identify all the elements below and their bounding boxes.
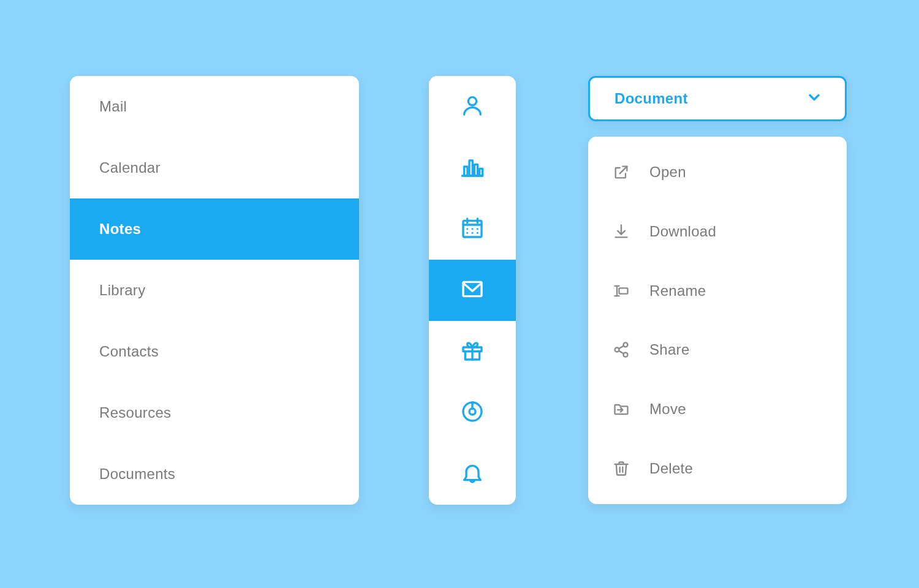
svg-point-11 [472, 228, 474, 230]
menu-item-open[interactable]: Open [588, 143, 847, 202]
dropdown-select[interactable]: Document [588, 76, 847, 121]
nav-item-contacts[interactable]: Contacts [70, 321, 359, 382]
menu-item-label: Move [649, 401, 686, 418]
rail-item-disc[interactable] [429, 382, 516, 443]
menu-item-label: Rename [649, 282, 706, 300]
user-icon [460, 93, 485, 120]
nav-item-resources[interactable]: Resources [70, 382, 359, 443]
rail-item-bell[interactable] [429, 443, 516, 505]
bell-icon [460, 461, 485, 488]
calendar-icon [460, 216, 485, 243]
download-icon [611, 222, 631, 241]
rail-item-gift[interactable] [429, 321, 516, 382]
menu-item-share[interactable]: Share [588, 320, 847, 380]
nav-item-label: Resources [99, 404, 171, 421]
rail-item-chart[interactable] [429, 137, 516, 198]
rename-icon [611, 281, 631, 301]
menu-item-move[interactable]: Move [588, 380, 847, 439]
trash-icon [611, 459, 631, 478]
rail-item-user[interactable] [429, 76, 516, 137]
nav-item-mail[interactable]: Mail [70, 76, 359, 137]
svg-rect-5 [480, 168, 483, 176]
icon-rail [429, 76, 516, 505]
disc-icon [460, 399, 485, 426]
svg-point-12 [477, 228, 478, 230]
svg-line-34 [619, 351, 624, 354]
nav-item-label: Calendar [99, 159, 161, 176]
svg-point-13 [466, 232, 468, 234]
svg-point-0 [468, 97, 476, 105]
menu-item-label: Open [649, 164, 686, 181]
bar-chart-icon [460, 154, 485, 181]
rail-item-mail[interactable] [429, 260, 516, 321]
nav-item-label: Documents [99, 466, 175, 483]
nav-item-calendar[interactable]: Calendar [70, 137, 359, 198]
dropdown-menu: Open Download Rename [588, 137, 847, 504]
svg-rect-2 [464, 167, 467, 176]
svg-point-15 [477, 232, 478, 234]
rail-item-calendar[interactable] [429, 198, 516, 260]
nav-item-notes[interactable]: Notes [70, 198, 359, 260]
nav-item-label: Notes [99, 221, 141, 238]
nav-item-label: Mail [99, 98, 127, 115]
folder-move-icon [611, 399, 631, 419]
menu-item-rename[interactable]: Rename [588, 261, 847, 320]
svg-point-10 [466, 228, 468, 230]
nav-list: Mail Calendar Notes Library Contacts Res… [70, 76, 359, 505]
svg-rect-26 [619, 288, 628, 293]
share-icon [611, 340, 631, 360]
dropdown-selected-label: Document [615, 90, 688, 107]
menu-item-delete[interactable]: Delete [588, 439, 847, 498]
menu-item-download[interactable]: Download [588, 202, 847, 262]
chevron-down-icon [806, 89, 823, 108]
nav-item-library[interactable]: Library [70, 260, 359, 321]
svg-line-33 [619, 346, 624, 349]
menu-item-label: Share [649, 341, 690, 358]
svg-rect-3 [469, 160, 472, 176]
gift-icon [460, 338, 485, 365]
nav-item-label: Contacts [99, 343, 159, 360]
svg-line-23 [620, 167, 627, 174]
nav-item-documents[interactable]: Documents [70, 443, 359, 505]
open-external-icon [611, 162, 631, 182]
menu-item-label: Delete [649, 460, 693, 477]
mail-icon [460, 277, 485, 304]
svg-rect-4 [474, 165, 477, 176]
nav-item-label: Library [99, 282, 145, 299]
menu-item-label: Download [649, 223, 716, 240]
svg-point-14 [472, 232, 474, 234]
